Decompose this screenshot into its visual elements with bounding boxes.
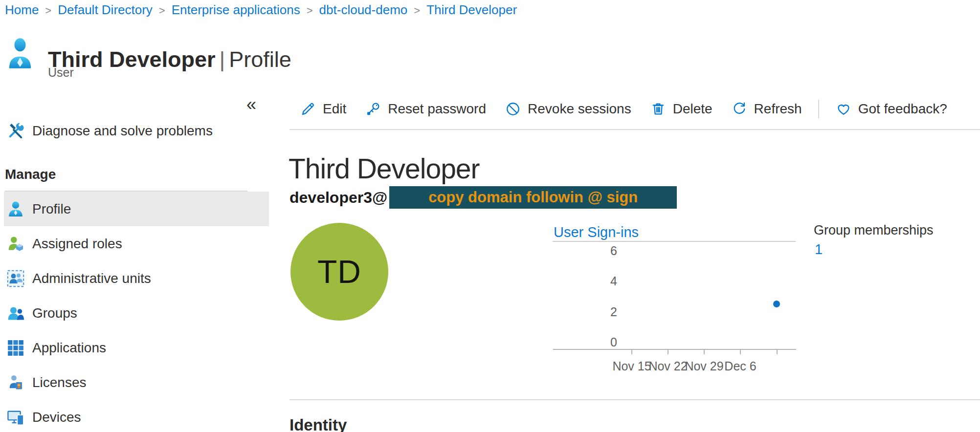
sidebar-item-licenses[interactable]: Licenses [4,365,269,400]
edit-button-label: Edit [323,101,346,117]
chart-title-underline [553,241,796,242]
x-axis-tick [740,350,741,354]
profile-display-name: Third Developer [289,152,480,185]
person-certificate-icon [7,374,24,391]
tools-icon [7,122,24,140]
sidebar-item-devices[interactable]: Devices [4,400,269,432]
group-memberships-count-link[interactable]: 1 [815,241,823,258]
breadcrumb-home[interactable]: Home [5,2,39,18]
breadcrumb-separator: > [307,4,313,17]
people-dashed-box-icon [7,270,24,287]
got-feedback-button-label: Got feedback? [858,101,947,117]
user-avatar-icon [8,37,32,69]
user-signins-chart: User Sign-ins 6 4 2 0 Nov 15 Nov 22 Nov … [553,222,797,384]
x-axis-tick [704,350,705,354]
page-title-section: Profile [229,47,291,72]
x-axis-tick [777,350,778,354]
breadcrumb-enterprise-applications[interactable]: Enterprise applications [172,2,300,18]
command-bar: Edit Reset password Revoke sessions Dele… [290,97,957,121]
sidebar-item-assigned-roles[interactable]: Assigned roles [4,226,269,261]
sidebar-item-groups-label: Groups [32,305,77,321]
user-signins-chart-title[interactable]: User Sign-ins [554,224,639,240]
block-icon [505,101,521,117]
heart-icon [835,101,852,117]
pencil-icon [300,101,316,117]
y-tick-label: 6 [553,244,617,257]
breadcrumb: Home > Default Directory > Enterprise ap… [5,2,517,18]
y-tick-label: 4 [553,275,617,287]
sidebar-item-administrative-units-label: Administrative units [32,271,151,286]
toolbar-divider [818,100,819,118]
user-principal-name-row: developer3@ copy domain followin @ sign [290,186,677,209]
sidebar-item-applications-label: Applications [32,340,106,356]
sidebar-item-devices-label: Devices [32,410,81,425]
breadcrumb-separator: > [45,4,51,17]
reset-password-button[interactable]: Reset password [356,101,495,117]
page-title-separator: | [220,47,225,72]
people-icon [7,304,24,322]
revoke-sessions-button[interactable]: Revoke sessions [495,101,641,117]
section-divider [290,399,980,400]
breadcrumb-separator: > [414,4,420,17]
sidebar-item-profile-label: Profile [32,201,71,217]
sidebar-item-diagnose[interactable]: Diagnose and solve problems [4,114,272,148]
refresh-button[interactable]: Refresh [722,101,811,117]
edit-button[interactable]: Edit [290,101,356,117]
revoke-sessions-button-label: Revoke sessions [528,101,631,117]
signin-data-point [773,301,780,307]
refresh-icon [731,101,748,117]
sidebar-section-manage: Manage [5,167,56,182]
x-axis-line [553,349,796,350]
refresh-button-label: Refresh [754,101,802,117]
y-tick-label: 0 [553,336,617,348]
reset-password-button-label: Reset password [388,101,486,117]
toolbar-underline [290,129,980,130]
email-prefix: developer3@ [290,189,387,207]
breadcrumb-default-directory[interactable]: Default Directory [58,2,153,18]
person-cube-icon [7,235,24,253]
sidebar-collapse-button[interactable]: « [244,94,259,115]
y-tick-label: 2 [553,305,617,318]
profile-avatar: TD [290,223,388,321]
page-title: Third Developer|Profile [48,47,291,72]
sidebar-item-profile[interactable]: Profile [4,192,269,226]
x-tick-label: Dec 6 [711,359,770,373]
delete-button-label: Delete [673,101,713,117]
breadcrumb-dbt-cloud-demo[interactable]: dbt-cloud-demo [319,2,408,18]
sidebar-item-administrative-units[interactable]: Administrative units [4,261,269,296]
identity-section-heading: Identity [290,416,347,432]
delete-button[interactable]: Delete [641,101,722,117]
monitor-phone-icon [7,409,24,426]
got-feedback-button[interactable]: Got feedback? [826,101,957,117]
person-icon [7,200,24,218]
sidebar-item-applications[interactable]: Applications [4,330,269,365]
email-domain-redaction-overlay: copy domain followin @ sign [389,186,677,209]
group-memberships-label: Group memberships [814,223,934,238]
sidebar-menu: Profile Assigned roles Administrative un… [4,192,269,432]
grid-icon [7,339,24,357]
sidebar-item-groups[interactable]: Groups [4,296,269,330]
breadcrumb-third-developer[interactable]: Third Developer [426,2,517,18]
sidebar-item-assigned-roles-label: Assigned roles [32,236,122,252]
key-icon [365,101,381,117]
object-type-label: User [48,65,74,80]
sidebar-item-diagnose-label: Diagnose and solve problems [32,123,213,139]
x-axis-tick [668,350,668,354]
breadcrumb-separator: > [159,4,165,17]
sidebar-item-licenses-label: Licenses [32,375,87,390]
trash-icon [650,101,667,117]
x-axis-tick [631,350,632,354]
